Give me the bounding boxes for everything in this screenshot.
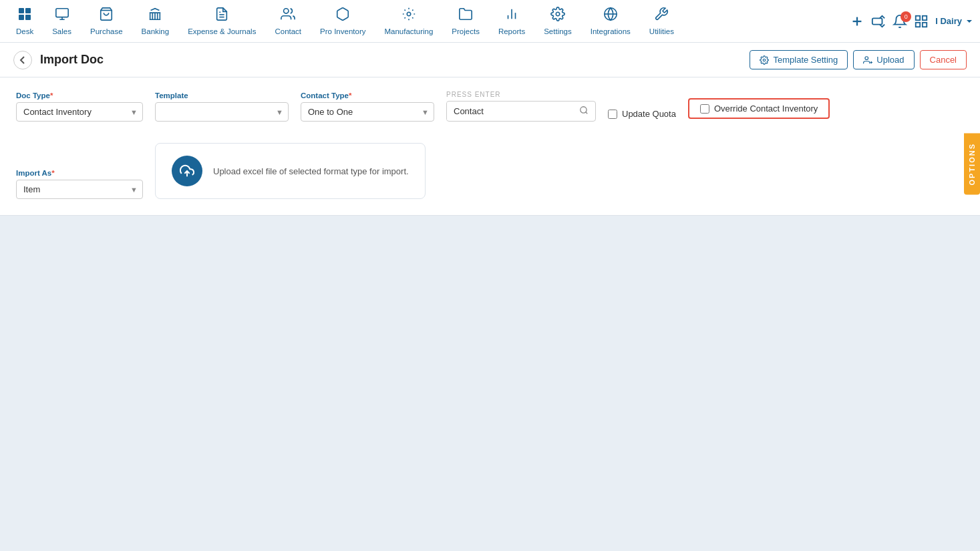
- press-enter-label: PRESS ENTER: [446, 91, 596, 98]
- nav-label-utilities: Utilities: [649, 27, 674, 35]
- override-contact-inventory-checkbox[interactable]: [700, 104, 709, 114]
- svg-rect-1: [25, 8, 31, 13]
- nav-item-expense-journals[interactable]: Expense & Journals: [178, 0, 265, 43]
- nav-item-sales[interactable]: Sales: [43, 0, 81, 43]
- svg-point-8: [284, 9, 289, 13]
- import-as-label: Import As*: [16, 169, 143, 177]
- form-area: Doc Type* Contact Inventory ▼ Template ▼: [0, 77, 980, 216]
- upload-circle-icon: [172, 156, 202, 186]
- svg-point-23: [764, 59, 766, 61]
- nav-items: Desk Sales Purchase Banking Expense & Jo…: [7, 0, 850, 43]
- upload-text: Upload excel file of selected format typ…: [213, 166, 409, 176]
- page-header: Import Doc Template Setting Upload Cance…: [0, 43, 980, 77]
- press-enter-group: PRESS ENTER: [446, 91, 596, 122]
- nav-label-manufacturing: Manufacturing: [384, 27, 433, 35]
- sales-icon: [55, 7, 69, 25]
- banking-icon: [148, 7, 162, 25]
- template-setting-button[interactable]: Template Setting: [750, 50, 848, 69]
- nav-label-banking: Banking: [142, 27, 170, 35]
- transfer-button[interactable]: [871, 14, 886, 29]
- nav-item-integrations[interactable]: Integrations: [581, 0, 640, 43]
- update-quota-checkbox[interactable]: [608, 110, 617, 119]
- update-quota-label[interactable]: Update Quota: [622, 109, 676, 119]
- template-setting-label: Template Setting: [773, 55, 838, 65]
- nav-item-utilities[interactable]: Utilities: [640, 0, 683, 43]
- nav-item-projects[interactable]: Projects: [442, 0, 489, 43]
- import-as-select[interactable]: Item: [16, 180, 143, 199]
- svg-rect-21: [916, 22, 920, 26]
- contact-type-group: Contact Type* One to One ▼: [301, 91, 434, 122]
- template-select[interactable]: [155, 102, 289, 122]
- nav-label-contact: Contact: [275, 27, 301, 35]
- page-title: Import Doc: [40, 53, 104, 67]
- user-name: I Dairy: [935, 16, 962, 26]
- nav-label-desk: Desk: [16, 27, 33, 35]
- update-quota-group: Update Quota: [608, 109, 676, 119]
- cancel-button[interactable]: Cancel: [920, 50, 967, 69]
- svg-rect-0: [19, 8, 24, 13]
- doc-type-label: Doc Type*: [16, 91, 143, 100]
- utilities-icon: [654, 7, 669, 25]
- import-as-group: Import As* Item ▼: [16, 169, 143, 199]
- override-contact-inventory-label[interactable]: Override Contact Inventory: [714, 104, 818, 114]
- contact-search-wrap: [446, 101, 596, 122]
- upload-button[interactable]: Upload: [853, 50, 914, 69]
- upload-label: Upload: [876, 55, 904, 65]
- cancel-label: Cancel: [930, 55, 957, 65]
- template-label: Template: [155, 91, 289, 100]
- nav-item-settings[interactable]: Settings: [534, 0, 581, 43]
- reports-icon: [504, 7, 519, 25]
- settings-icon: [550, 7, 565, 25]
- svg-rect-18: [872, 18, 882, 24]
- contact-search-button[interactable]: [573, 102, 595, 121]
- form-row-2: Import As* Item ▼ Upload excel file of s…: [16, 131, 964, 199]
- page-header-right: Template Setting Upload Cancel: [750, 50, 967, 69]
- contact-search-input[interactable]: [447, 102, 573, 120]
- svg-line-28: [586, 112, 588, 114]
- add-button[interactable]: [850, 14, 864, 29]
- svg-rect-3: [25, 15, 31, 20]
- nav-item-contact[interactable]: Contact: [265, 0, 311, 43]
- template-group: Template ▼: [155, 91, 289, 122]
- top-nav: Desk Sales Purchase Banking Expense & Jo…: [0, 0, 980, 43]
- main-content-area: [0, 216, 980, 551]
- svg-point-13: [556, 12, 560, 16]
- nav-label-reports: Reports: [498, 27, 525, 35]
- desk-icon: [17, 7, 32, 25]
- back-button[interactable]: [13, 51, 32, 69]
- projects-icon: [458, 7, 473, 25]
- template-select-wrap: ▼: [155, 102, 289, 122]
- svg-rect-4: [55, 9, 67, 17]
- options-tab-button[interactable]: OPTIONS: [964, 134, 980, 195]
- upload-zone[interactable]: Upload excel file of selected format typ…: [155, 143, 426, 199]
- nav-label-expense-journals: Expense & Journals: [188, 27, 256, 35]
- contact-type-select[interactable]: One to One: [301, 102, 434, 122]
- override-contact-inventory-group: Override Contact Inventory: [688, 98, 830, 119]
- nav-label-purchase: Purchase: [90, 27, 123, 35]
- nav-label-projects: Projects: [452, 27, 480, 35]
- contact-icon: [281, 7, 295, 25]
- nav-item-manufacturing[interactable]: Manufacturing: [375, 0, 442, 43]
- svg-point-24: [865, 56, 868, 59]
- options-tab-wrapper: OPTIONS: [964, 134, 980, 195]
- svg-rect-19: [916, 15, 920, 19]
- integrations-icon: [603, 7, 618, 25]
- doc-type-group: Doc Type* Contact Inventory ▼: [16, 91, 143, 122]
- options-tab-label: OPTIONS: [968, 143, 976, 186]
- form-row-1: Doc Type* Contact Inventory ▼ Template ▼: [16, 91, 964, 122]
- nav-item-banking[interactable]: Banking: [132, 0, 179, 43]
- svg-rect-20: [923, 15, 927, 19]
- nav-item-pro-inventory[interactable]: Pro Inventory: [311, 0, 375, 43]
- purchase-icon: [99, 7, 114, 25]
- nav-label-integrations: Integrations: [591, 27, 631, 35]
- doc-type-select[interactable]: Contact Inventory: [16, 102, 143, 122]
- notification-button[interactable]: 0: [892, 14, 907, 29]
- nav-item-desk[interactable]: Desk: [7, 0, 43, 43]
- manufacturing-icon: [401, 7, 416, 25]
- nav-label-settings: Settings: [544, 27, 572, 35]
- nav-label-pro-inventory: Pro Inventory: [320, 27, 365, 35]
- nav-item-purchase[interactable]: Purchase: [81, 0, 132, 43]
- grid-view-button[interactable]: [914, 14, 929, 29]
- nav-item-reports[interactable]: Reports: [489, 0, 534, 43]
- user-menu-button[interactable]: I Dairy: [935, 16, 973, 26]
